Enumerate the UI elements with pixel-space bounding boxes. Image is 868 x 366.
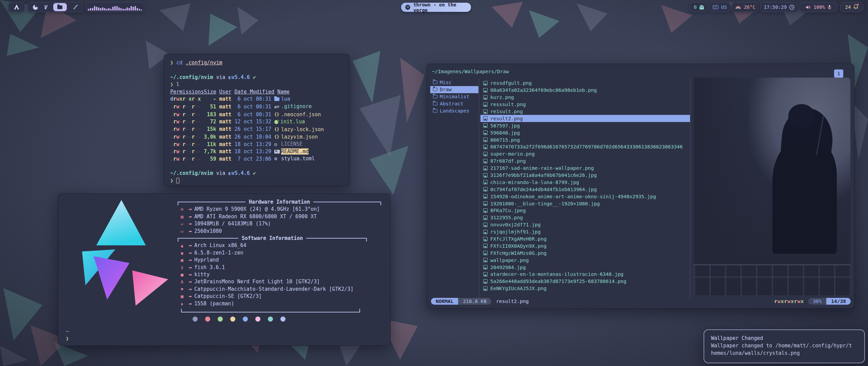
shell-command-line: ❯ l xyxy=(170,81,343,88)
file-list-item[interactable]: 3122955.png xyxy=(480,214,690,221)
audio-widget[interactable]: 100% xyxy=(800,2,837,12)
file-list-item[interactable]: 0c794faf07de24a4db4d4fb1eb813964.jpg xyxy=(480,186,690,193)
file-list-item[interactable]: FXfcHgcWIAMzs0G.png xyxy=(480,249,690,257)
ls-file-row: .rw-r--r--183 matt 6 oct 00:31.neoconf.j… xyxy=(170,111,343,118)
preview-shadow-band xyxy=(694,78,764,295)
file-list-item[interactable]: FXfcII0X0AQyn9X.png xyxy=(480,242,690,249)
sidebar-directory-item[interactable]: Misc xyxy=(430,79,478,86)
file-list-item[interactable]: 20492984.jpg xyxy=(480,264,690,271)
prompt-status-line: ~/.config/nvim via ◐v5.4.6 ✔ xyxy=(170,74,343,81)
file-list-item[interactable]: 68747470733a2f2f696d616765732d7769786d70… xyxy=(480,143,690,150)
file-list-item[interactable]: FXfcJlTXgAMvH6R.png xyxy=(480,236,690,243)
info-row: ◗→1558 (pacman) xyxy=(178,300,381,307)
tab-badge[interactable]: 1 xyxy=(834,69,843,78)
palette-dot xyxy=(255,317,260,322)
file-list-item[interactable]: 866715.png xyxy=(480,136,690,143)
file-list-item[interactable]: resssult.png xyxy=(480,101,690,108)
file-list-item[interactable]: super-mario.png xyxy=(480,150,690,158)
launcher-button[interactable] xyxy=(8,2,25,12)
visualizer-bar xyxy=(110,9,112,11)
file-list-item[interactable]: re1sult.png xyxy=(480,108,690,115)
keyboard-layout-widget[interactable]: US xyxy=(709,2,730,12)
rainbow-icon xyxy=(735,5,741,9)
file-list-item[interactable]: 87r687df.png xyxy=(480,158,690,165)
file-manager-window[interactable]: ~/Imagenes/Wallpapers/Draw 1 Misc Draw M… xyxy=(427,64,854,308)
lua-icon: ◐ xyxy=(229,74,232,80)
file-list-item[interactable]: 19201080-__blue-tinge__-1920×1080.jpg xyxy=(480,200,690,207)
file-list-item[interactable]: EeNKYgIUcAAJ5JX.png xyxy=(480,285,690,292)
ls-file-row: .rw-r--r--3,0k matt 26 oct 10:04lazyvim.… xyxy=(170,133,343,141)
arrow-icon: → xyxy=(189,242,192,249)
file-list-item[interactable]: wallpaper.png xyxy=(480,257,690,264)
sidebar-directory-item[interactable]: Draw xyxy=(430,86,478,93)
palette-dot xyxy=(205,317,210,322)
file-list-item[interactable]: 217167-sad-anime-rain-wallpaper.png xyxy=(480,165,690,172)
icon-gear xyxy=(274,155,281,162)
image-file-icon xyxy=(483,152,488,156)
notification-toast[interactable]: Wallpaper Changed Wallpaper changed to /… xyxy=(704,329,865,363)
spotify-icon xyxy=(405,4,410,10)
arrow-icon: → xyxy=(189,213,192,220)
file-list-item[interactable]: 596848.jpg xyxy=(480,129,690,136)
music-visualizer[interactable] xyxy=(85,2,144,12)
mode-indicator: NORMAL xyxy=(431,298,458,305)
updates-widget[interactable]: 0 xyxy=(690,2,708,12)
crystal-arch-logo xyxy=(64,198,176,320)
firefox-icon[interactable] xyxy=(33,4,38,10)
speaker-icon xyxy=(806,5,811,9)
image-file-icon xyxy=(483,187,488,191)
pacman-ghost-icon xyxy=(699,5,704,9)
clock-icon xyxy=(789,5,794,10)
fetch-shell-prompt[interactable]: ~ ❯ xyxy=(66,328,69,343)
now-playing-title: thrown - on the verge xyxy=(413,2,467,13)
gpu-icon: ▤ xyxy=(178,213,186,220)
file-list-item[interactable]: rsjqojlmjhf91.jpg xyxy=(480,228,690,236)
notifications-widget[interactable]: 24 xyxy=(840,2,863,12)
open-folder-icon xyxy=(433,102,437,105)
file-list-item[interactable]: result2.png xyxy=(480,115,690,122)
spotify-now-playing[interactable]: thrown - on the verge xyxy=(401,3,471,12)
preview-girl-head xyxy=(788,104,815,128)
column-separator xyxy=(479,79,479,299)
palette-dot xyxy=(218,317,223,322)
sidebar-directory-item[interactable]: Landscapes xyxy=(430,107,478,115)
sidebar-directory-item[interactable]: Minimalist xyxy=(430,93,478,100)
preview-girl-body xyxy=(772,142,837,254)
file-list-item[interactable]: ressdfgult.png xyxy=(480,80,690,87)
terminal-window[interactable]: ❯ cd .config/nvim ~/.config/nvim via ◐v5… xyxy=(164,54,350,186)
arrow-icon: → xyxy=(189,228,192,235)
file-list-item[interactable]: atardecer-en-la-montanas-ilustracion-634… xyxy=(480,271,690,278)
hardware-info-rows: ⊙→AMD Ryzen 9 5900X (24) @ 4.9GHz [61.3°… xyxy=(178,206,381,235)
weather-widget[interactable]: 26°C xyxy=(732,2,759,12)
clock-widget[interactable]: 17:50:29 xyxy=(760,2,798,12)
paintbrush-icon[interactable] xyxy=(73,4,78,10)
file-list-item[interactable]: 154928-odinokoe_anime-art-anime-okno-sin… xyxy=(480,193,690,200)
file-list-item[interactable]: 8FKa7Cu.jpeg xyxy=(480,207,690,214)
image-file-icon xyxy=(483,88,488,93)
fetch-terminal-window[interactable]: Hardware Information ⊙→AMD Ryzen 9 5900X… xyxy=(58,194,391,346)
file-list-item[interactable]: 587597.jpg xyxy=(480,122,690,129)
image-file-icon xyxy=(483,244,488,248)
shell-icon: ❯ xyxy=(178,264,186,271)
icon-lua xyxy=(274,120,278,124)
shell-command-line: ❯ cd .config/nvim xyxy=(170,59,343,66)
file-list-item[interactable]: kurz.png xyxy=(480,94,690,101)
sidebar-directory-item[interactable]: Abstract xyxy=(430,100,478,107)
palette-dot xyxy=(243,317,248,322)
visualizer-bar xyxy=(139,9,140,11)
vim-icon[interactable]: V xyxy=(44,4,47,11)
file-list-item[interactable]: nnvuv0xj2df71.jpg xyxy=(480,221,690,228)
file-manager-icon-active[interactable] xyxy=(53,3,67,11)
file-list-item[interactable]: 08a634fa02a32364f69ebc86a98eb1eb.png xyxy=(480,87,690,94)
visualizer-bar xyxy=(98,7,99,11)
visualizer-bar xyxy=(94,6,95,11)
open-folder-icon xyxy=(433,88,437,91)
temperature: 26°C xyxy=(744,4,755,10)
arrow-icon: → xyxy=(189,249,192,257)
file-list-item[interactable]: chica-mirando-la-luna-8799.jpg xyxy=(480,179,690,186)
keyboard-icon xyxy=(713,5,718,9)
prompt-cwd: ~ xyxy=(66,328,69,335)
shell-prompt-cursor-line[interactable]: ❯ xyxy=(170,177,343,184)
file-list-item[interactable]: 5a266e448add93deab367d87173e9f25-6837886… xyxy=(480,278,690,285)
file-list-item[interactable]: 3126f7e9bbf21a8a4af0b67b041c6e26.jpg xyxy=(480,172,690,179)
